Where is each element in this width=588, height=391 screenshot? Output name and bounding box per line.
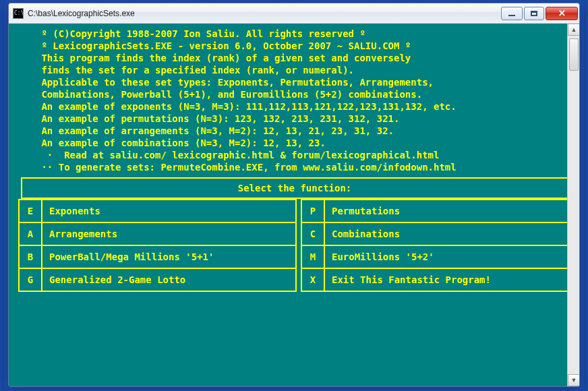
scroll-up-button[interactable]: ▲ [568,24,579,36]
console-line: º (C)Copyright 1988-2007 Ion Saliu. All … [16,28,560,40]
menu-label-left[interactable]: Exponents [42,200,296,222]
console-line: An example of combinations (N=3, M=2): 1… [16,137,560,149]
console-line: An example of exponents (N=3, M=3): 111,… [16,100,560,113]
menu-key-right[interactable]: M [301,245,324,268]
console-line: Combinations, Powerball (5+1), and Eurom… [16,88,560,100]
menu-key-left[interactable]: E [19,200,42,222]
menu-row: EExponentsPPermutations [19,200,570,222]
menu-label-left[interactable]: Generalized 2-Game Lotto [42,268,296,291]
console-line: finds the set for a specified index (ran… [16,64,560,76]
menu-key-left[interactable]: B [19,245,42,268]
menu-key-left[interactable]: G [19,268,42,291]
close-button[interactable]: ✕ [546,7,578,20]
app-icon [13,8,24,19]
menu-label-right[interactable]: Exit This Fantastic Program! [324,268,570,291]
close-icon: ✕ [558,9,566,18]
app-window: C:\bas\LexicographicSets.exe ✕ º (C)Copy… [8,3,580,387]
console-line: Applicable to these set types: Exponents… [16,76,560,88]
minimize-icon [508,15,515,16]
menu-gap [296,222,301,245]
console-client-area: º (C)Copyright 1988-2007 Ion Saliu. All … [9,24,579,386]
menu-gap [296,200,301,222]
menu-row: GGeneralized 2-Game LottoXExit This Fant… [19,268,570,291]
menu-key-right[interactable]: C [301,222,324,245]
titlebar[interactable]: C:\bas\LexicographicSets.exe ✕ [9,3,579,24]
console-output: º (C)Copyright 1988-2007 Ion Saliu. All … [16,28,574,173]
console-line: · Read at saliu.com/ lexicographic.html … [16,149,560,161]
menu-gap [296,245,301,268]
menu-area: Select the function: EExponentsPPermutat… [18,177,571,292]
scroll-down-button[interactable]: ▼ [568,374,579,386]
window-title: C:\bas\LexicographicSets.exe [28,9,500,18]
console-line: An example of permutations (N=3): 123, 1… [16,113,560,125]
minimize-button[interactable] [501,7,523,20]
menu-key-right[interactable]: P [301,200,324,222]
vertical-scrollbar[interactable]: ▲ ▼ [567,24,579,386]
console-line: º LexicographicSets.EXE - version 6.0, O… [16,40,560,52]
menu-row: BPowerBall/Mega Millions '5+1'MEuroMilli… [19,245,570,268]
scroll-thumb[interactable] [569,38,579,71]
menu-gap [296,268,301,291]
menu-label-right[interactable]: Combinations [324,222,570,245]
maximize-icon [531,11,537,16]
menu-row: AArrangementsCCombinations [19,222,570,245]
menu-label-left[interactable]: Arrangements [42,222,296,245]
menu-label-left[interactable]: PowerBall/Mega Millions '5+1' [42,245,296,268]
window-controls: ✕ [500,7,578,20]
console-line: ·· To generate sets: PermuteCombine.EXE,… [16,161,560,173]
menu-key-left[interactable]: A [19,222,42,245]
menu-table: EExponentsPPermutationsAArrangementsCCom… [18,199,571,292]
console-line: An example of arrangements (N=3, M=2): 1… [16,125,560,137]
menu-title: Select the function: [21,177,568,199]
console-line: This program finds the index (rank) of a… [16,52,560,64]
menu-key-right[interactable]: X [301,268,324,291]
menu-label-right[interactable]: Permutations [324,200,570,222]
maximize-button[interactable] [524,7,544,20]
menu-label-right[interactable]: EuroMillions '5+2' [324,245,570,268]
